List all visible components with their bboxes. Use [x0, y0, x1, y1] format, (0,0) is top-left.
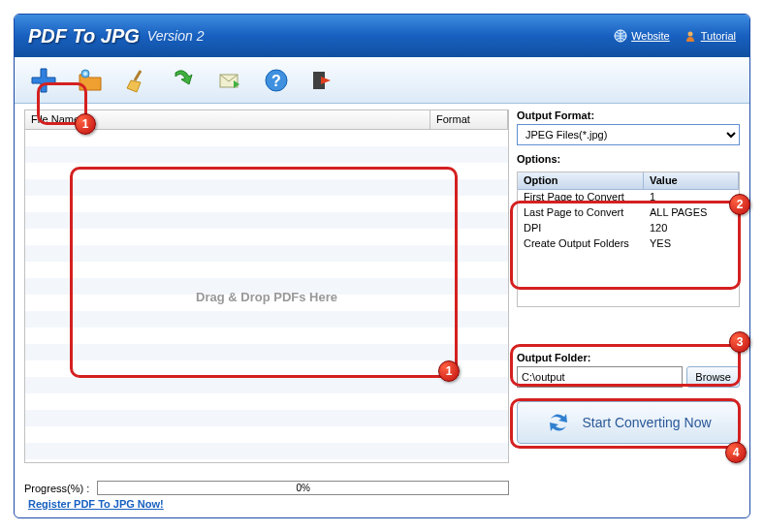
exit-button[interactable] [303, 62, 342, 99]
globe-icon [614, 29, 627, 43]
drop-hint: Drag & Drop PDFs Here [196, 289, 337, 303]
person-icon [684, 29, 697, 43]
mail-button[interactable] [210, 62, 249, 99]
file-table-header: File Name Format [25, 110, 508, 130]
progress-bar: 0% [97, 481, 509, 495]
svg-text:?: ? [271, 73, 281, 89]
browse-button[interactable]: Browse [686, 366, 740, 388]
plus-icon [29, 66, 58, 95]
annotation-badge: 2 [729, 194, 750, 215]
app-window: PDF To JPG Version 2 Website Tutorial ? [14, 14, 750, 518]
right-panel: Output Format: JPEG Files(*.jpg) Options… [517, 110, 740, 495]
help-icon: ? [263, 67, 290, 94]
open-folder-button[interactable] [71, 62, 110, 99]
arrow-down-icon [170, 67, 197, 94]
start-convert-button[interactable]: Start Converting Now [517, 401, 740, 444]
option-row: Last Page to ConvertALL PAGES [518, 205, 739, 221]
mail-icon [216, 67, 243, 94]
broom-icon [123, 67, 150, 94]
col-option: Option [518, 172, 644, 189]
add-file-button[interactable] [24, 62, 63, 99]
left-panel: File Name Format Drag & Drop PDFs Here P… [24, 110, 509, 495]
progress-row: Progress(%) : 0% [24, 481, 509, 495]
exit-icon [309, 67, 336, 94]
options-table[interactable]: Option Value First Page to Convert1 Last… [517, 172, 740, 307]
app-title: PDF To JPG [28, 25, 140, 47]
svg-point-1 [687, 32, 692, 37]
options-label: Options: [517, 153, 740, 165]
option-row: Create Output FoldersYES [518, 236, 739, 252]
annotation-badge: 4 [725, 442, 747, 463]
tutorial-link[interactable]: Tutorial [684, 29, 736, 43]
register-link[interactable]: Register PDF To JPG Now! [28, 498, 164, 510]
clear-button[interactable] [117, 62, 156, 99]
col-format[interactable]: Format [430, 110, 508, 129]
app-version: Version 2 [147, 28, 205, 44]
option-row: DPI120 [518, 221, 739, 236]
folder-icon [77, 67, 104, 94]
col-value: Value [644, 172, 739, 189]
output-format-label: Output Format: [517, 110, 740, 121]
title-bar: PDF To JPG Version 2 Website Tutorial [15, 15, 749, 57]
output-format-select[interactable]: JPEG Files(*.jpg) [517, 124, 740, 145]
annotation-badge: 1 [75, 113, 96, 135]
progress-label: Progress(%) : [24, 483, 89, 494]
annotation-badge: 1 [438, 360, 460, 382]
help-button[interactable]: ? [257, 62, 296, 99]
file-list-table[interactable]: File Name Format Drag & Drop PDFs Here [24, 110, 509, 463]
file-drop-area[interactable]: Drag & Drop PDFs Here [25, 130, 508, 462]
annotation-badge: 3 [729, 331, 750, 353]
output-folder-label: Output Folder: [517, 352, 740, 363]
option-row: First Page to Convert1 [518, 190, 739, 205]
website-link[interactable]: Website [614, 29, 670, 43]
convert-icon [545, 409, 572, 436]
toolbar: ? [15, 57, 749, 104]
output-folder-input[interactable] [517, 366, 683, 388]
refresh-button[interactable] [164, 62, 203, 99]
